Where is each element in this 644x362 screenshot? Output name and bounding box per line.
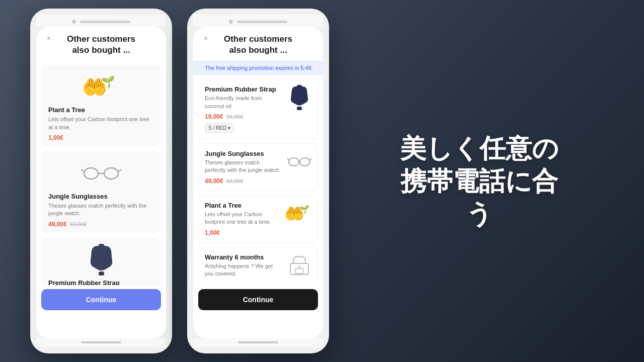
right-phone-bottom <box>193 338 323 347</box>
product-desc: Eco-friendly made from coconut oil. <box>205 95 282 110</box>
size-selector[interactable]: S / RED ▾ <box>205 123 234 133</box>
product-info: Premium Rubber Strap Eco-friendly made f… <box>205 85 282 133</box>
product-info: Jungle Sunglasses Theses glasses match p… <box>205 150 282 185</box>
svg-line-12 <box>287 158 289 160</box>
svg-rect-6 <box>99 272 104 276</box>
product-name: Jungle Sunglasses <box>48 193 154 200</box>
price-new: 49,00€ <box>205 177 223 185</box>
price-row: 1,00€ <box>48 134 154 141</box>
svg-point-17 <box>299 267 300 268</box>
product-name: Plant a Tree <box>48 106 154 114</box>
price-row: 49,00€ 69,00€ <box>48 221 154 228</box>
list-item: Plant a Tree Lets offset your Carbon foo… <box>198 195 318 243</box>
product-name: Warranty 6 months <box>205 253 282 261</box>
left-phone-screen: × Other customers also bought ... 🤲 🌱 Pl… <box>36 27 166 338</box>
price-old: 24,00€ <box>226 114 244 120</box>
svg-line-13 <box>310 158 311 160</box>
price-row: 49,00€ 69,00€ <box>205 177 282 185</box>
warranty-image <box>287 253 311 278</box>
product-desc: Lets offset your Carbon footprint one tr… <box>48 116 154 131</box>
svg-rect-5 <box>99 244 104 248</box>
svg-line-4 <box>118 169 121 171</box>
sunglasses-icon <box>48 158 154 189</box>
svg-rect-8 <box>297 107 302 110</box>
product-desc: Theses glasses match perfectly with the … <box>48 202 154 218</box>
left-phone: × Other customers also bought ... 🤲 🌱 Pl… <box>30 9 172 353</box>
right-phone-notch-line <box>237 21 287 23</box>
svg-rect-15 <box>295 268 303 274</box>
left-phone-dot <box>72 20 76 24</box>
product-name: Premium Rubber Strap <box>205 85 282 93</box>
svg-point-0 <box>84 168 98 179</box>
right-close-button[interactable]: × <box>201 34 210 43</box>
price-old: 69,00€ <box>226 178 244 184</box>
price-new: 1,00€ <box>205 229 220 236</box>
left-phone-notch <box>36 15 166 27</box>
right-modal-header: × Other customers also bought ... <box>193 27 323 61</box>
left-products-area[interactable]: 🤲 🌱 Plant a Tree Lets offset your Carbon… <box>36 61 166 285</box>
list-item: Warranty 6 months Antyhing happens ? We … <box>198 247 318 285</box>
svg-rect-14 <box>290 263 308 275</box>
product-desc: Antyhing happens ? We got you covered. <box>205 262 282 278</box>
price-new: 49,00€ <box>48 221 67 228</box>
product-info: Plant a Tree Lets offset your Carbon foo… <box>205 202 282 236</box>
svg-line-3 <box>81 169 84 171</box>
strap-icon <box>48 245 154 275</box>
promo-banner: The free shipping promotion expires in 5… <box>193 61 323 75</box>
product-desc: Lets offset your Carbon footprint one tr… <box>205 211 282 226</box>
product-desc: Theses glasses match perfectly with the … <box>205 159 282 174</box>
sunglasses-image <box>287 150 311 174</box>
product-name: Plant a Tree <box>205 202 282 209</box>
price-new: 1,00€ <box>48 134 63 141</box>
list-item: Jungle Sunglasses Theses glasses match p… <box>41 151 161 233</box>
left-home-indicator <box>81 341 121 343</box>
product-info: Warranty 6 months Antyhing happens ? We … <box>205 253 282 281</box>
svg-rect-7 <box>297 85 302 88</box>
svg-point-1 <box>104 168 118 179</box>
price-new: 19,00€ <box>205 113 223 120</box>
list-item: 🤲 🌱 Plant a Tree Lets offset your Carbon… <box>41 65 161 146</box>
left-modal: × Other customers also bought ... 🤲 🌱 Pl… <box>36 27 166 315</box>
strap-image <box>287 85 311 110</box>
plant-tree-icon: 🤲 🌱 <box>48 72 154 102</box>
product-name: Premium Rubber Strap <box>48 279 154 285</box>
svg-point-10 <box>300 158 310 166</box>
chevron-down-icon: ▾ <box>228 125 230 131</box>
plant-tree-image: 🤲 🌱 <box>287 202 311 226</box>
price-row: 1,00€ <box>205 229 282 236</box>
right-phone: × Other customers also bought ... The fr… <box>187 9 329 353</box>
list-item: Premium Rubber Strap Eco-friendly made f… <box>41 238 161 285</box>
right-products-area[interactable]: Premium Rubber Strap Eco-friendly made f… <box>193 75 323 285</box>
right-continue-button[interactable]: Continue <box>198 289 318 310</box>
size-label: S / RED <box>208 125 226 131</box>
price-old: 69,00€ <box>70 221 87 227</box>
product-name: Jungle Sunglasses <box>205 150 282 157</box>
svg-point-9 <box>289 158 299 166</box>
right-phone-notch <box>193 15 323 27</box>
price-row: 19,00€ 24,00€ <box>205 113 282 120</box>
scene: × Other customers also bought ... 🤲 🌱 Pl… <box>0 9 644 353</box>
left-modal-title: Other customers also bought ... <box>44 34 158 56</box>
list-item: Jungle Sunglasses Theses glasses match p… <box>198 143 318 191</box>
right-home-indicator <box>238 341 278 343</box>
right-modal: × Other customers also bought ... The fr… <box>193 27 323 315</box>
left-phone-bottom <box>36 338 166 347</box>
right-phone-dot <box>229 20 233 24</box>
left-continue-button[interactable]: Continue <box>41 289 161 310</box>
left-phone-notch-line <box>80 21 130 23</box>
japanese-heading: 美しく任意の携帯電話に合う <box>344 132 614 230</box>
right-modal-title: Other customers also bought ... <box>201 34 315 56</box>
left-modal-header: × Other customers also bought ... <box>36 27 166 61</box>
left-close-button[interactable]: × <box>44 34 53 43</box>
right-phone-screen: × Other customers also bought ... The fr… <box>193 27 323 338</box>
list-item: Premium Rubber Strap Eco-friendly made f… <box>198 79 318 139</box>
